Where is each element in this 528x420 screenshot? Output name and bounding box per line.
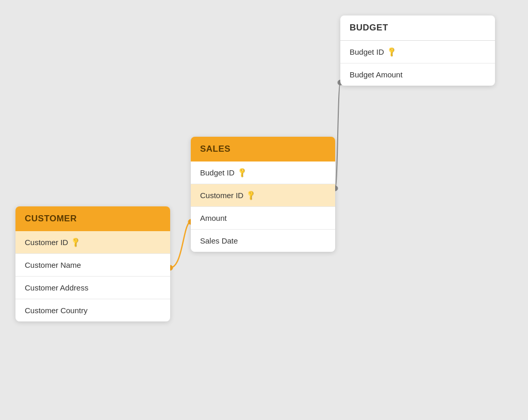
sales-budget-id-key-icon: 🔑 — [236, 167, 248, 179]
budget-id-key-icon: 🔑 — [386, 46, 397, 58]
sales-date-label: Sales Date — [200, 236, 238, 245]
budget-amount-label: Budget Amount — [350, 70, 403, 79]
customer-country-row: Customer Country — [15, 299, 170, 321]
budget-table-header: BUDGET — [340, 15, 495, 41]
budget-amount-row: Budget Amount — [340, 63, 495, 86]
customer-id-label: Customer ID — [25, 238, 68, 247]
customer-id-row: Customer ID 🔑 — [15, 231, 170, 254]
sales-customer-id-label: Customer ID — [200, 191, 243, 200]
sales-amount-row: Amount — [191, 207, 335, 230]
sales-budget-id-label: Budget ID — [200, 168, 235, 177]
customer-name-row: Customer Name — [15, 254, 170, 277]
budget-table: BUDGET Budget ID 🔑 Budget Amount — [340, 15, 495, 86]
customer-table-header: CUSTOMER — [15, 206, 170, 231]
sales-amount-label: Amount — [200, 214, 227, 222]
sales-customer-id-key-icon: 🔑 — [245, 190, 256, 201]
budget-id-label: Budget ID — [350, 47, 384, 56]
customer-country-label: Customer Country — [25, 306, 88, 315]
sales-budget-id-row: Budget ID 🔑 — [191, 161, 335, 184]
sales-table-header: SALES — [191, 137, 335, 161]
customer-id-key-icon: 🔑 — [70, 237, 81, 248]
budget-id-row: Budget ID 🔑 — [340, 41, 495, 63]
customer-address-label: Customer Address — [25, 283, 88, 292]
customer-address-row: Customer Address — [15, 277, 170, 299]
sales-table: SALES Budget ID 🔑 Customer ID 🔑 Amount S… — [191, 137, 335, 252]
sales-date-row: Sales Date — [191, 230, 335, 252]
sales-customer-id-row: Customer ID 🔑 — [191, 184, 335, 207]
customer-table: CUSTOMER Customer ID 🔑 Customer Name Cus… — [15, 206, 170, 321]
customer-name-label: Customer Name — [25, 261, 81, 269]
